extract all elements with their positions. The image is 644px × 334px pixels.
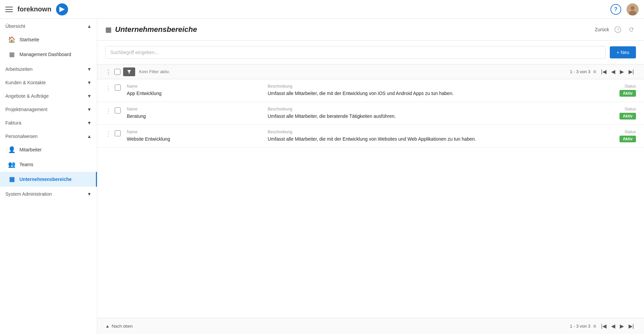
page-nav-bottom: |◀ ◀ ▶ ▶|	[599, 322, 636, 331]
last-page-bottom[interactable]: ▶|	[627, 322, 636, 331]
page-header: ▦ Unternehmensbereiche Zurück ?	[97, 19, 644, 41]
search-input[interactable]	[105, 46, 606, 59]
topbar-right: ?	[610, 3, 639, 15]
sort-icon-top[interactable]: ≡	[593, 69, 596, 75]
row-status-col-2: Status Aktiv	[596, 107, 636, 120]
row-name-col-3: Name Website Entwicklung	[127, 130, 268, 143]
topbar: foreknown ?	[0, 0, 644, 19]
row-desc-col-1: Beschreibung Umfasst alle Mitarbeiter, d…	[268, 84, 596, 97]
angebote-chevron: ▼	[87, 93, 92, 99]
row-dots-3[interactable]: ⋮	[105, 130, 111, 138]
first-page-top[interactable]: |◀	[599, 67, 608, 76]
main-layout: Übersicht ▲ 🏠 Startseite ▦ Management Da…	[0, 19, 644, 334]
page-title-icon: ▦	[105, 26, 112, 34]
status-badge-3: Aktiv	[620, 136, 636, 142]
row-status-col-3: Status Aktiv	[596, 130, 636, 142]
personalwesen-chevron: ▲	[87, 134, 92, 139]
teams-icon: 👥	[8, 161, 15, 168]
sidebar-item-mitarbeiter[interactable]: 👤 Mitarbeiter	[0, 142, 97, 157]
page-actions: Zurück ?	[595, 25, 636, 34]
row-options-dots[interactable]: ⋮	[105, 68, 112, 76]
prev-page-top[interactable]: ◀	[609, 67, 617, 76]
status-badge-2: Aktiv	[620, 113, 636, 120]
sidebar-section-kunden[interactable]: Kunden & Kontakte ▼	[0, 75, 97, 89]
last-page-top[interactable]: ▶|	[627, 67, 636, 76]
system-chevron: ▼	[87, 191, 92, 197]
user-avatar[interactable]	[627, 3, 639, 15]
page-title-area: ▦ Unternehmensbereiche	[105, 25, 197, 34]
person-icon: 👤	[8, 146, 15, 153]
sidebar-section-projektmanagement[interactable]: Projektmanagement ▼	[0, 102, 97, 115]
topbar-left: foreknown	[5, 3, 68, 15]
page-title: Unternehmensbereiche	[115, 25, 197, 34]
sidebar-section-angebote[interactable]: Angebote & Aufträge ▼	[0, 89, 97, 102]
svg-text:?: ?	[617, 28, 619, 32]
page-nav-top: |◀ ◀ ▶ ▶|	[599, 67, 636, 76]
sidebar-item-startseite[interactable]: 🏠 Startseite	[0, 32, 97, 47]
row-name-col-1: Name App Entwicklung	[127, 84, 268, 97]
prev-page-bottom[interactable]: ◀	[609, 322, 617, 331]
sidebar-item-management-dashboard[interactable]: ▦ Management Dashboard	[0, 47, 97, 62]
sidebar-item-teams[interactable]: 👥 Teams	[0, 157, 97, 172]
table-body: ⋮ Name App Entwicklung Beschreibung Umfa…	[97, 79, 644, 318]
unternehmensbereiche-icon: ▦	[8, 176, 15, 183]
row-checkbox-3[interactable]	[115, 130, 121, 136]
sidebar-section-ubersicht[interactable]: Übersicht ▲	[0, 19, 97, 32]
row-desc-col-2: Beschreibung Umfasst alle Mitarbeiter, d…	[268, 107, 596, 120]
sidebar-section-system[interactable]: System Administration ▼	[0, 187, 97, 200]
table-controls-top: ⋮ Kein Filter aktiv. 1 - 3 von 3 ≡ |◀ ◀ …	[97, 64, 644, 79]
faktura-chevron: ▼	[87, 120, 92, 126]
hamburger-menu[interactable]	[5, 7, 13, 12]
row-status-col-1: Status Aktiv	[596, 84, 636, 97]
select-all-checkbox[interactable]	[114, 69, 120, 75]
search-bar-row: + Neu	[97, 41, 644, 64]
next-page-top[interactable]: ▶	[618, 67, 626, 76]
page-help-button[interactable]: ?	[613, 25, 623, 34]
logo-text: foreknown	[17, 5, 51, 13]
topbar-help-button[interactable]: ?	[610, 4, 621, 15]
sort-icon-bottom[interactable]: ≡	[593, 323, 596, 329]
first-page-bottom[interactable]: |◀	[599, 322, 608, 331]
filter-button[interactable]	[123, 67, 135, 76]
kunden-chevron: ▼	[87, 80, 92, 85]
row-checkbox-2[interactable]	[115, 107, 121, 113]
sidebar-section-personalwesen[interactable]: Personalwesen ▲	[0, 129, 97, 142]
sidebar-section-faktura[interactable]: Faktura ▼	[0, 115, 97, 129]
filter-label: Kein Filter aktiv.	[139, 69, 170, 74]
table-footer: ▲ Nach oben 1 - 3 von 3 ≡ |◀ ◀ ▶ ▶|	[97, 318, 644, 334]
table-row: ⋮ Name Website Entwicklung Beschreibung …	[97, 125, 644, 148]
back-to-top-button[interactable]: ▲ Nach oben	[105, 324, 133, 329]
footer-pagination: 1 - 3 von 3 ≡ |◀ ◀ ▶ ▶|	[570, 322, 636, 331]
table-row: ⋮ Name Beratung Beschreibung Umfasst all…	[97, 102, 644, 125]
row-checkbox-1[interactable]	[115, 85, 121, 91]
home-icon: 🏠	[8, 36, 15, 43]
row-desc-col-3: Beschreibung Umfasst alle Mitarbeiter, d…	[268, 130, 596, 143]
svg-point-3	[631, 6, 635, 10]
filter-icon	[126, 69, 132, 75]
sidebar: Übersicht ▲ 🏠 Startseite ▦ Management Da…	[0, 19, 97, 334]
sidebar-section-arbeitszeiten[interactable]: Arbeitszeiten ▼	[0, 62, 97, 75]
row-dots-1[interactable]: ⋮	[105, 84, 111, 92]
up-arrow-icon: ▲	[105, 324, 110, 329]
refresh-button[interactable]	[627, 25, 636, 34]
back-button[interactable]: Zurück	[595, 27, 609, 32]
row-dots-2[interactable]: ⋮	[105, 107, 111, 115]
status-badge-1: Aktiv	[620, 90, 636, 97]
dashboard-icon: ▦	[8, 51, 15, 58]
content-area: ▦ Unternehmensbereiche Zurück ?	[97, 19, 644, 334]
sidebar-item-unternehmensbereiche[interactable]: ▦ Unternehmensbereiche	[0, 172, 97, 187]
ubersicht-chevron: ▲	[87, 23, 92, 29]
row-name-col-2: Name Beratung	[127, 107, 268, 120]
next-page-bottom[interactable]: ▶	[618, 322, 626, 331]
table-row: ⋮ Name App Entwicklung Beschreibung Umfa…	[97, 79, 644, 102]
logo-icon	[56, 3, 68, 15]
pagination-info-top: 1 - 3 von 3 ≡ |◀ ◀ ▶ ▶|	[570, 67, 636, 76]
arbeitszeiten-chevron: ▼	[87, 66, 92, 72]
projektmanagement-chevron: ▼	[87, 107, 92, 112]
new-button[interactable]: + Neu	[610, 46, 636, 58]
